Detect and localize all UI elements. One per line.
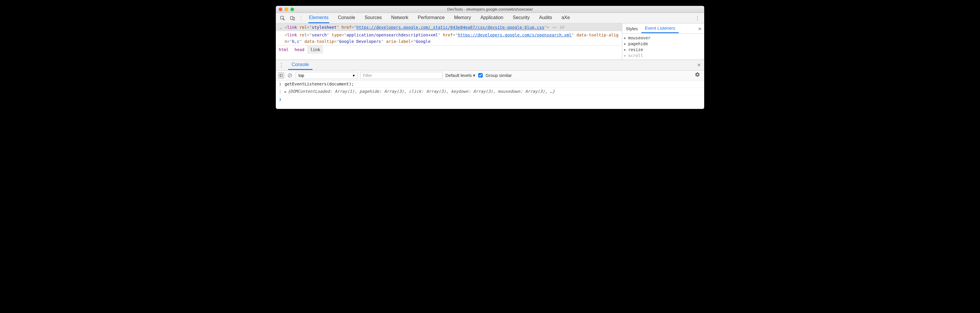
tab-memory[interactable]: Memory: [453, 13, 471, 23]
levels-label: Default levels: [445, 73, 472, 78]
clear-console-icon[interactable]: [287, 72, 293, 78]
tab-elements[interactable]: Elements: [309, 13, 329, 23]
tab-sources[interactable]: Sources: [364, 13, 382, 23]
filter-input[interactable]: [360, 72, 442, 79]
console-output-text: ▶{DOMContentLoaded: Array(1), pagehide: …: [285, 89, 555, 94]
listener-mouseover[interactable]: ▶mouseover: [624, 35, 702, 41]
more-options-icon[interactable]: ⋮: [691, 15, 704, 21]
dom-source-line-2: <link rel="search" type="application/ope…: [285, 32, 620, 45]
prompt-chevron-icon: ❯: [278, 97, 282, 102]
log-levels-selector[interactable]: Default levels ▾: [445, 73, 475, 78]
tab-performance[interactable]: Performance: [417, 13, 445, 23]
toggle-sidebar-icon[interactable]: [278, 72, 284, 78]
breadcrumb-item-head[interactable]: head: [292, 46, 307, 54]
side-tab-event-listeners[interactable]: Event Listeners: [641, 24, 679, 33]
listener-pagehide[interactable]: ▶pagehide: [624, 41, 702, 47]
tab-network[interactable]: Network: [391, 13, 409, 23]
window-title: DevTools - developers.google.com/web/sho…: [276, 7, 704, 11]
dom-source-line-1: <link rel="stylesheet" href="https://dev…: [285, 24, 620, 30]
elements-panel: … <link rel="stylesheet" href="https://d…: [276, 24, 622, 60]
context-label: top: [298, 73, 304, 78]
event-listeners-list: ▶mouseover ▶pagehide ▶resize ▶scroll: [622, 34, 704, 60]
traffic-lights: [279, 8, 294, 11]
output-chevron-icon: ⟨: [278, 89, 282, 94]
side-tab-styles[interactable]: Styles: [622, 24, 641, 33]
breadcrumb-item-link[interactable]: link: [307, 46, 323, 54]
sidepane-more-icon[interactable]: »: [695, 26, 704, 32]
close-window-button[interactable]: [279, 8, 282, 11]
console-settings-icon[interactable]: [693, 72, 702, 79]
ellipsis-icon[interactable]: …: [277, 24, 285, 30]
svg-rect-3: [280, 74, 283, 77]
main-split: … <link rel="stylesheet" href="https://d…: [276, 24, 704, 60]
tab-audits[interactable]: Audits: [538, 13, 552, 23]
dom-node-selected[interactable]: … <link rel="stylesheet" href="https://d…: [276, 24, 622, 31]
console-input-line[interactable]: ❯ getEventListeners(document);: [276, 80, 704, 88]
console-prompt[interactable]: ❯: [276, 95, 704, 109]
drawer-tabstrip: ⋮ Console ×: [276, 60, 704, 70]
disclosure-triangle-icon: ▶: [624, 48, 627, 52]
toolbar-left-icons: [276, 13, 299, 23]
drawer-tab-console[interactable]: Console: [288, 60, 312, 70]
close-drawer-button[interactable]: ×: [694, 62, 704, 69]
console-drawer: ⋮ Console × top ▾ Default levels ▾ Group…: [276, 60, 704, 109]
group-similar-checkbox[interactable]: [478, 73, 483, 78]
breadcrumb: html head link: [276, 45, 622, 54]
devtools-window: DevTools - developers.google.com/web/sho…: [276, 6, 704, 109]
maximize-window-button[interactable]: [291, 8, 294, 11]
tab-axe[interactable]: aXe: [561, 13, 570, 23]
listener-resize[interactable]: ▶resize: [624, 47, 702, 53]
disclosure-triangle-icon: ▶: [624, 42, 627, 46]
device-toolbar-icon[interactable]: [288, 13, 298, 23]
console-input-text: getEventListeners(document);: [285, 81, 354, 86]
chevron-down-icon: ▾: [353, 73, 355, 78]
svg-rect-2: [293, 17, 294, 20]
dom-node[interactable]: <link rel="search" type="application/ope…: [276, 31, 622, 45]
inspect-element-icon[interactable]: [278, 13, 288, 23]
chevron-down-icon: ▾: [473, 73, 475, 78]
input-chevron-icon: ❯: [278, 81, 282, 86]
panel-tabs: Elements Console Sources Network Perform…: [303, 13, 570, 23]
console-output-line[interactable]: ⟨ ▶{DOMContentLoaded: Array(1), pagehide…: [276, 88, 704, 95]
tab-console[interactable]: Console: [337, 13, 356, 23]
svg-rect-1: [291, 16, 293, 20]
minimize-window-button[interactable]: [285, 8, 288, 11]
console-output: ❯ getEventListeners(document); ⟨ ▶{DOMCo…: [276, 80, 704, 109]
titlebar: DevTools - developers.google.com/web/sho…: [276, 6, 704, 13]
tab-security[interactable]: Security: [512, 13, 530, 23]
group-similar-label: Group similar: [485, 73, 512, 78]
breadcrumb-item-html[interactable]: html: [276, 46, 292, 54]
styles-sidepane: Styles Event Listeners » ▶mouseover ▶pag…: [622, 24, 704, 60]
disclosure-triangle-icon: ▶: [624, 54, 627, 57]
tab-application[interactable]: Application: [480, 13, 504, 23]
disclosure-triangle-icon: ▶: [624, 36, 627, 40]
divider: [301, 15, 301, 21]
sidepane-tabs: Styles Event Listeners »: [622, 24, 704, 34]
console-toolbar: top ▾ Default levels ▾ Group similar: [276, 70, 704, 80]
context-selector[interactable]: top ▾: [296, 72, 357, 79]
expand-object-icon[interactable]: ▶: [285, 90, 287, 94]
listener-scroll[interactable]: ▶scroll: [624, 53, 702, 58]
panel-tabstrip: Elements Console Sources Network Perform…: [276, 13, 704, 24]
drawer-more-icon[interactable]: ⋮: [276, 62, 287, 69]
